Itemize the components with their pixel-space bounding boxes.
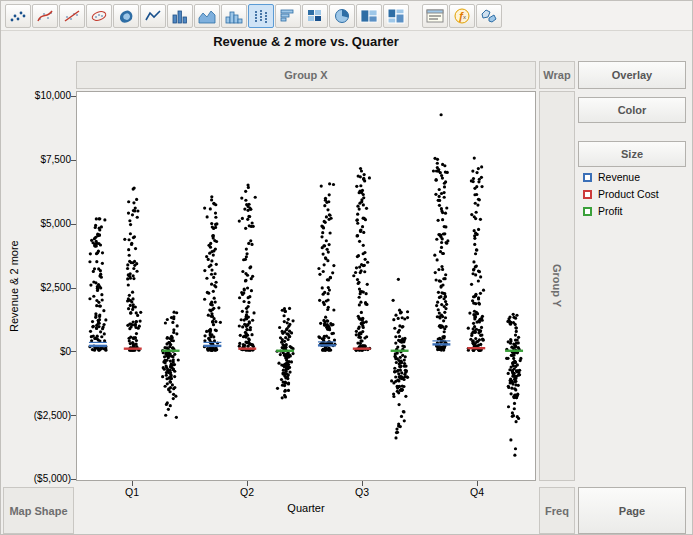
tool-area[interactable]	[194, 4, 220, 28]
contour-icon	[117, 8, 135, 24]
formula-icon: ƒx	[453, 8, 471, 24]
tool-line[interactable]	[140, 4, 166, 28]
freq-zone[interactable]: Freq	[539, 487, 575, 534]
x-tick-label[interactable]: Q1	[112, 486, 152, 498]
plot-canvas[interactable]	[77, 92, 535, 480]
size-zone[interactable]: Size	[578, 141, 686, 167]
size-label: Size	[621, 148, 643, 160]
overlay-label: Overlay	[612, 69, 652, 81]
y-tick-label[interactable]: $2,500	[17, 282, 71, 293]
page-zone[interactable]: Page	[578, 487, 686, 534]
smoother-icon	[36, 8, 54, 24]
tool-formula[interactable]: ƒx	[449, 4, 475, 28]
legend-item-profit[interactable]: Profit	[583, 205, 659, 217]
chart-title[interactable]: Revenue & 2 more vs. Quarter	[76, 34, 536, 49]
wrap-label: Wrap	[543, 69, 570, 81]
group-x-label: Group X	[284, 69, 327, 81]
color-label: Color	[618, 104, 647, 116]
x-tick-label[interactable]: Q4	[457, 486, 497, 498]
legend-item-revenue[interactable]: Revenue	[583, 171, 659, 183]
product-cost-marker-icon	[583, 190, 592, 199]
tool-caption-box[interactable]	[422, 4, 448, 28]
tool-pie[interactable]	[329, 4, 355, 28]
tool-smoother[interactable]	[32, 4, 58, 28]
bar-chart-icon	[171, 8, 189, 24]
heatmap-icon	[306, 8, 324, 24]
graph-builder-window: ƒx Revenue & 2 more vs. Quarter Group X …	[0, 0, 693, 535]
y-tick-label[interactable]: $7,500	[17, 154, 71, 165]
tool-histogram[interactable]	[221, 4, 247, 28]
legend-label-revenue: Revenue	[598, 171, 640, 183]
x-axis-title[interactable]: Quarter	[76, 502, 536, 514]
caption-box-icon	[426, 8, 444, 24]
tool-box-plot[interactable]	[248, 4, 274, 28]
box-plot-icon	[252, 8, 270, 24]
y-tick-label[interactable]: $5,000	[17, 218, 71, 229]
tool-treemap[interactable]	[356, 4, 382, 28]
points-icon	[9, 8, 27, 24]
tool-points[interactable]	[5, 4, 31, 28]
tool-bar[interactable]	[167, 4, 193, 28]
line-chart-icon	[144, 8, 162, 24]
tool-contour[interactable]	[113, 4, 139, 28]
page-label: Page	[619, 505, 645, 517]
plot-area[interactable]	[76, 91, 536, 481]
map-shapes-icon	[480, 8, 498, 24]
legend-label-profit: Profit	[598, 205, 623, 217]
overlay-zone[interactable]: Overlay	[578, 61, 686, 89]
ellipse-icon	[90, 8, 108, 24]
element-type-toolbar: ƒx	[1, 1, 693, 31]
wrap-zone[interactable]: Wrap	[539, 61, 575, 89]
pie-chart-icon	[333, 8, 351, 24]
freq-label: Freq	[545, 505, 569, 517]
horizontal-histogram-icon	[279, 8, 297, 24]
treemap-icon	[360, 8, 378, 24]
group-x-zone[interactable]: Group X	[76, 61, 536, 89]
revenue-marker-icon	[583, 173, 592, 182]
histogram-icon	[225, 8, 243, 24]
y-tick-label[interactable]: $0	[17, 346, 71, 357]
legend: Revenue Product Cost Profit	[583, 171, 659, 217]
tool-heatmap[interactable]	[302, 4, 328, 28]
color-zone[interactable]: Color	[578, 97, 686, 123]
mosaic-icon	[387, 8, 405, 24]
y-tick-label[interactable]: $10,000	[17, 90, 71, 101]
map-shape-label: Map Shape	[9, 505, 67, 517]
line-of-fit-icon	[63, 8, 81, 24]
profit-marker-icon	[583, 207, 592, 216]
tool-ellipse[interactable]	[86, 4, 112, 28]
y-tick-label[interactable]: ($2,500)	[17, 410, 71, 421]
map-shape-zone[interactable]: Map Shape	[3, 487, 74, 534]
area-chart-icon	[198, 8, 216, 24]
tool-histogram-horizontal[interactable]	[275, 4, 301, 28]
group-y-zone[interactable]: Group Y	[539, 91, 575, 481]
group-y-label: Group Y	[551, 264, 563, 307]
legend-item-product-cost[interactable]: Product Cost	[583, 188, 659, 200]
x-tick-label[interactable]: Q3	[342, 486, 382, 498]
svg-text:x: x	[463, 14, 466, 20]
x-tick-label[interactable]: Q2	[227, 486, 267, 498]
y-tick-label[interactable]: ($5,000)	[17, 473, 71, 484]
legend-label-product-cost: Product Cost	[598, 188, 659, 200]
tool-mosaic[interactable]	[383, 4, 409, 28]
tool-line-of-fit[interactable]	[59, 4, 85, 28]
tool-map-shapes[interactable]	[476, 4, 502, 28]
